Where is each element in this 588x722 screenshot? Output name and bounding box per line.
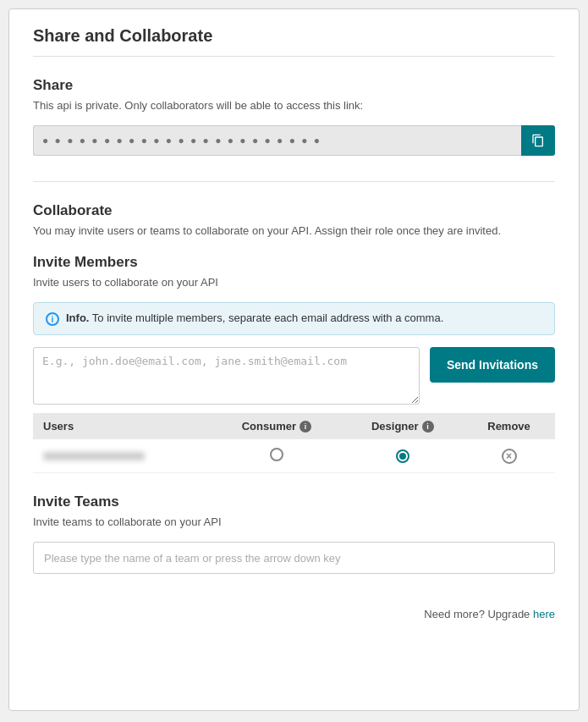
designer-radio[interactable] xyxy=(396,449,409,463)
share-collaborate-modal: Share and Collaborate Share This api is … xyxy=(8,8,580,711)
collaborate-title: Collaborate xyxy=(33,202,555,219)
col-consumer: Consumer i xyxy=(211,413,342,439)
share-section-title: Share xyxy=(33,77,555,94)
users-table: Users Consumer i Designer i xyxy=(33,413,555,473)
send-invitations-button[interactable]: Send Invitations xyxy=(430,347,555,383)
consumer-info-icon[interactable]: i xyxy=(299,421,311,433)
link-row xyxy=(33,125,555,156)
col-users: Users xyxy=(33,413,211,439)
designer-info-icon[interactable]: i xyxy=(422,421,434,433)
invite-teams-title: Invite Teams xyxy=(33,493,555,510)
collaborate-description: You may invite users or teams to collabo… xyxy=(33,224,555,237)
share-section: Share This api is private. Only collabor… xyxy=(33,77,555,156)
table-header-row: Users Consumer i Designer i xyxy=(33,413,555,439)
share-link-input[interactable] xyxy=(33,125,521,156)
info-label: Info. xyxy=(66,311,89,324)
modal-title: Share and Collaborate xyxy=(33,26,555,57)
info-text: Info. To invite multiple members, separa… xyxy=(66,311,443,324)
info-icon: i xyxy=(46,312,59,326)
invite-teams-description: Invite teams to collaborate on your API xyxy=(33,515,555,528)
footer-text: Need more? Upgrade xyxy=(424,608,533,620)
share-description: This api is private. Only collaborators … xyxy=(33,99,555,112)
remove-cell: × xyxy=(463,439,555,473)
collaborate-section: Collaborate You may invite users or team… xyxy=(33,202,555,237)
footer: Need more? Upgrade here xyxy=(33,608,555,620)
user-cell xyxy=(33,439,211,473)
remove-label: Remove xyxy=(487,420,530,433)
copy-link-button[interactable] xyxy=(521,125,555,156)
invite-members-title: Invite Members xyxy=(33,254,555,271)
col-designer: Designer i xyxy=(343,413,464,439)
email-invite-textarea[interactable] xyxy=(33,347,420,405)
remove-user-button[interactable]: × xyxy=(502,449,517,464)
copy-icon xyxy=(531,134,545,147)
section-divider-1 xyxy=(33,181,555,182)
designer-label: Designer xyxy=(371,420,419,433)
consumer-radio[interactable] xyxy=(270,448,283,461)
invite-members-description: Invite users to collaborate on your API xyxy=(33,276,555,289)
col-remove: Remove xyxy=(463,413,555,439)
invite-teams-section: Invite Teams Invite teams to collaborate… xyxy=(33,493,555,574)
consumer-radio-cell xyxy=(211,439,342,473)
user-avatar-blur xyxy=(43,452,145,460)
consumer-label: Consumer xyxy=(242,420,296,433)
info-message: To invite multiple members, separate eac… xyxy=(89,311,443,324)
upgrade-link[interactable]: here xyxy=(533,608,555,620)
table-row: × xyxy=(33,439,555,473)
team-search-input[interactable] xyxy=(33,542,555,574)
invite-members-section: Invite Members Invite users to collabora… xyxy=(33,254,555,473)
info-banner: i Info. To invite multiple members, sepa… xyxy=(33,302,555,335)
invite-row: Send Invitations xyxy=(33,347,555,405)
designer-radio-cell xyxy=(343,439,464,473)
